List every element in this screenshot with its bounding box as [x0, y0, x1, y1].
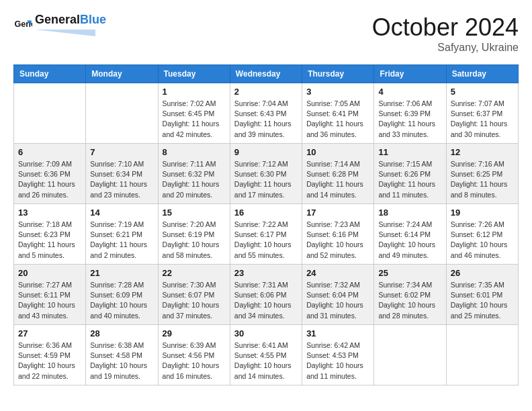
calendar-cell: 22Sunrise: 7:30 AMSunset: 6:07 PMDayligh…	[158, 265, 230, 325]
day-info: Sunrise: 7:06 AMSunset: 6:39 PMDaylight:…	[378, 99, 441, 140]
calendar-week-row: 6Sunrise: 7:09 AMSunset: 6:36 PMDaylight…	[14, 144, 519, 204]
day-info: Sunrise: 7:26 AMSunset: 6:12 PMDaylight:…	[451, 220, 514, 261]
calendar-cell: 17Sunrise: 7:23 AMSunset: 6:16 PMDayligh…	[302, 204, 374, 265]
calendar-cell: 19Sunrise: 7:26 AMSunset: 6:12 PMDayligh…	[446, 204, 518, 265]
day-number: 11	[378, 147, 441, 157]
calendar-cell: 5Sunrise: 7:07 AMSunset: 6:37 PMDaylight…	[446, 83, 518, 144]
day-number: 7	[90, 147, 153, 157]
calendar-cell: 9Sunrise: 7:12 AMSunset: 6:30 PMDaylight…	[230, 144, 302, 204]
day-info: Sunrise: 7:22 AMSunset: 6:17 PMDaylight:…	[234, 220, 298, 261]
day-info: Sunrise: 7:28 AMSunset: 6:09 PMDaylight:…	[90, 280, 153, 321]
day-number: 23	[234, 268, 298, 278]
calendar-cell: 31Sunrise: 6:42 AMSunset: 4:53 PMDayligh…	[302, 325, 374, 385]
day-number: 16	[234, 208, 298, 218]
day-number: 1	[163, 87, 226, 97]
day-info: Sunrise: 7:18 AMSunset: 6:23 PMDaylight:…	[18, 220, 81, 261]
calendar-cell: 8Sunrise: 7:11 AMSunset: 6:32 PMDaylight…	[158, 144, 230, 204]
day-info: Sunrise: 6:41 AMSunset: 4:55 PMDaylight:…	[234, 340, 298, 381]
calendar-cell: 28Sunrise: 6:38 AMSunset: 4:58 PMDayligh…	[86, 325, 158, 385]
calendar-cell: 14Sunrise: 7:19 AMSunset: 6:21 PMDayligh…	[86, 204, 158, 265]
day-number: 21	[90, 268, 153, 278]
calendar-cell: 15Sunrise: 7:20 AMSunset: 6:19 PMDayligh…	[158, 204, 230, 265]
weekday-header: Sunday	[14, 65, 86, 83]
weekday-header: Tuesday	[158, 65, 230, 83]
day-number: 9	[234, 147, 298, 157]
day-info: Sunrise: 7:31 AMSunset: 6:06 PMDaylight:…	[234, 280, 298, 321]
calendar-cell: 10Sunrise: 7:14 AMSunset: 6:28 PMDayligh…	[302, 144, 374, 204]
weekday-header: Saturday	[446, 65, 518, 83]
day-number: 28	[90, 328, 153, 338]
calendar-cell: 1Sunrise: 7:02 AMSunset: 6:45 PMDaylight…	[158, 83, 230, 144]
calendar-cell: 2Sunrise: 7:04 AMSunset: 6:43 PMDaylight…	[230, 83, 302, 144]
day-info: Sunrise: 7:14 AMSunset: 6:28 PMDaylight:…	[306, 159, 369, 200]
calendar-cell: 13Sunrise: 7:18 AMSunset: 6:23 PMDayligh…	[14, 204, 86, 265]
day-info: Sunrise: 7:09 AMSunset: 6:36 PMDaylight:…	[18, 159, 81, 200]
day-number: 3	[306, 87, 369, 97]
logo-text: GeneralBlue	[35, 13, 106, 39]
day-info: Sunrise: 6:39 AMSunset: 4:56 PMDaylight:…	[163, 340, 226, 381]
calendar-cell	[14, 83, 86, 144]
day-info: Sunrise: 6:42 AMSunset: 4:53 PMDaylight:…	[306, 340, 369, 381]
svg-marker-2	[35, 30, 95, 36]
calendar-cell: 21Sunrise: 7:28 AMSunset: 6:09 PMDayligh…	[86, 265, 158, 325]
calendar-cell: 20Sunrise: 7:27 AMSunset: 6:11 PMDayligh…	[14, 265, 86, 325]
calendar-cell: 12Sunrise: 7:16 AMSunset: 6:25 PMDayligh…	[446, 144, 518, 204]
calendar-cell: 30Sunrise: 6:41 AMSunset: 4:55 PMDayligh…	[230, 325, 302, 385]
calendar-cell: 27Sunrise: 6:36 AMSunset: 4:59 PMDayligh…	[14, 325, 86, 385]
title-area: October 2024 Safyany, Ukraine	[372, 13, 519, 54]
day-info: Sunrise: 7:15 AMSunset: 6:26 PMDaylight:…	[378, 159, 441, 200]
calendar-cell	[374, 325, 446, 385]
day-number: 8	[163, 147, 226, 157]
calendar-cell: 6Sunrise: 7:09 AMSunset: 6:36 PMDaylight…	[14, 144, 86, 204]
day-info: Sunrise: 7:02 AMSunset: 6:45 PMDaylight:…	[163, 99, 226, 140]
month-title: October 2024	[372, 13, 519, 42]
calendar-table: SundayMondayTuesdayWednesdayThursdayFrid…	[13, 64, 519, 385]
day-info: Sunrise: 7:10 AMSunset: 6:34 PMDaylight:…	[90, 159, 153, 200]
weekday-header: Friday	[374, 65, 446, 83]
logo: General GeneralBlue	[13, 13, 106, 39]
day-number: 6	[18, 147, 81, 157]
page-header: General GeneralBlue October 2024 Safyany…	[13, 13, 519, 54]
day-number: 13	[18, 208, 81, 218]
calendar-cell: 4Sunrise: 7:06 AMSunset: 6:39 PMDaylight…	[374, 83, 446, 144]
calendar-week-row: 20Sunrise: 7:27 AMSunset: 6:11 PMDayligh…	[14, 265, 519, 325]
day-info: Sunrise: 7:34 AMSunset: 6:02 PMDaylight:…	[378, 280, 441, 321]
day-info: Sunrise: 7:07 AMSunset: 6:37 PMDaylight:…	[451, 99, 514, 140]
day-info: Sunrise: 7:12 AMSunset: 6:30 PMDaylight:…	[234, 159, 298, 200]
calendar-week-row: 27Sunrise: 6:36 AMSunset: 4:59 PMDayligh…	[14, 325, 519, 385]
day-number: 14	[90, 208, 153, 218]
calendar-week-row: 1Sunrise: 7:02 AMSunset: 6:45 PMDaylight…	[14, 83, 519, 144]
location: Safyany, Ukraine	[372, 42, 519, 54]
day-number: 15	[163, 208, 226, 218]
day-number: 24	[306, 268, 369, 278]
day-number: 26	[451, 268, 514, 278]
day-number: 12	[451, 147, 514, 157]
day-number: 25	[378, 268, 441, 278]
day-number: 18	[378, 208, 441, 218]
day-info: Sunrise: 6:38 AMSunset: 4:58 PMDaylight:…	[90, 340, 153, 381]
calendar-cell: 23Sunrise: 7:31 AMSunset: 6:06 PMDayligh…	[230, 265, 302, 325]
day-number: 19	[451, 208, 514, 218]
day-number: 17	[306, 208, 369, 218]
day-info: Sunrise: 7:20 AMSunset: 6:19 PMDaylight:…	[163, 220, 226, 261]
calendar-week-row: 13Sunrise: 7:18 AMSunset: 6:23 PMDayligh…	[14, 204, 519, 265]
day-number: 10	[306, 147, 369, 157]
day-number: 31	[306, 328, 369, 338]
day-number: 22	[163, 268, 226, 278]
day-info: Sunrise: 7:16 AMSunset: 6:25 PMDaylight:…	[451, 159, 514, 200]
calendar-cell: 24Sunrise: 7:32 AMSunset: 6:04 PMDayligh…	[302, 265, 374, 325]
day-info: Sunrise: 7:19 AMSunset: 6:21 PMDaylight:…	[90, 220, 153, 261]
weekday-header: Wednesday	[230, 65, 302, 83]
day-info: Sunrise: 7:23 AMSunset: 6:16 PMDaylight:…	[306, 220, 369, 261]
day-info: Sunrise: 7:32 AMSunset: 6:04 PMDaylight:…	[306, 280, 369, 321]
calendar-cell: 7Sunrise: 7:10 AMSunset: 6:34 PMDaylight…	[86, 144, 158, 204]
calendar-cell: 25Sunrise: 7:34 AMSunset: 6:02 PMDayligh…	[374, 265, 446, 325]
calendar-cell: 26Sunrise: 7:35 AMSunset: 6:01 PMDayligh…	[446, 265, 518, 325]
day-info: Sunrise: 7:05 AMSunset: 6:41 PMDaylight:…	[306, 99, 369, 140]
day-number: 29	[163, 328, 226, 338]
day-info: Sunrise: 7:35 AMSunset: 6:01 PMDaylight:…	[451, 280, 514, 321]
logo-icon: General	[13, 17, 32, 36]
day-number: 27	[18, 328, 81, 338]
day-info: Sunrise: 7:11 AMSunset: 6:32 PMDaylight:…	[163, 159, 226, 200]
day-info: Sunrise: 6:36 AMSunset: 4:59 PMDaylight:…	[18, 340, 81, 381]
